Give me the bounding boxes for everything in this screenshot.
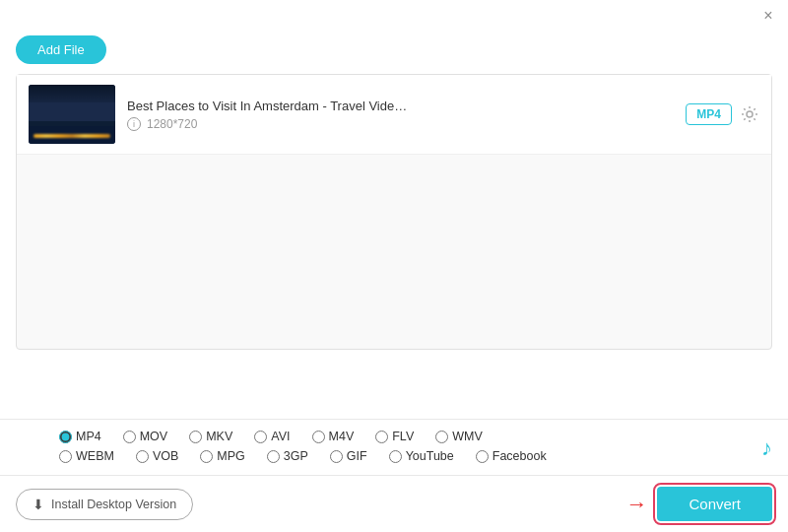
add-file-button[interactable]: Add File	[16, 35, 106, 64]
toolbar: Add File	[0, 32, 788, 74]
format-section: MP4 MOV MKV AVI M4V FLV WMV WEBM VOB MPG	[0, 419, 788, 473]
svg-point-0	[747, 111, 753, 117]
install-label: Install Desktop Version	[51, 498, 176, 511]
format-row-1: MP4 MOV MKV AVI M4V FLV WMV	[59, 430, 772, 443]
format-option-3gp[interactable]: 3GP	[267, 449, 308, 463]
file-item: Best Places to Visit In Amsterdam - Trav…	[17, 75, 771, 155]
format-option-m4v[interactable]: M4V	[312, 430, 355, 443]
bottom-bar: ⬇ Install Desktop Version → Convert	[0, 475, 788, 532]
format-option-avi[interactable]: AVI	[254, 430, 290, 443]
format-option-wmv[interactable]: WMV	[435, 430, 483, 443]
close-button[interactable]: ×	[760, 8, 776, 24]
format-option-facebook[interactable]: Facebook	[476, 449, 547, 463]
file-name: Best Places to Visit In Amsterdam - Trav…	[127, 99, 674, 113]
convert-area: → Convert	[625, 487, 772, 521]
format-option-mkv[interactable]: MKV	[189, 430, 232, 443]
file-actions: MP4	[686, 103, 759, 125]
format-option-mov[interactable]: MOV	[123, 430, 167, 443]
download-icon: ⬇	[33, 497, 44, 512]
format-row-2: WEBM VOB MPG 3GP GIF YouTube Facebook	[59, 449, 772, 463]
format-option-flv[interactable]: FLV	[375, 430, 414, 443]
settings-icon[interactable]	[740, 104, 759, 124]
music-format-icon: ♪	[761, 435, 772, 461]
convert-button[interactable]: Convert	[657, 487, 772, 521]
file-thumbnail	[29, 85, 115, 144]
install-button[interactable]: ⬇ Install Desktop Version	[16, 489, 193, 520]
format-option-youtube[interactable]: YouTube	[389, 449, 454, 463]
title-bar: ×	[0, 0, 788, 32]
file-info: Best Places to Visit In Amsterdam - Trav…	[115, 99, 686, 131]
format-option-mpg[interactable]: MPG	[200, 449, 244, 463]
file-list-area: Best Places to Visit In Amsterdam - Trav…	[16, 74, 772, 350]
format-option-webm[interactable]: WEBM	[59, 449, 114, 463]
file-meta: i 1280*720	[127, 117, 674, 131]
info-icon: i	[127, 117, 141, 131]
format-option-vob[interactable]: VOB	[136, 449, 178, 463]
format-badge[interactable]: MP4	[686, 103, 732, 125]
arrow-icon: →	[625, 492, 647, 517]
format-option-mp4[interactable]: MP4	[59, 430, 101, 443]
file-resolution: 1280*720	[147, 117, 197, 131]
format-option-gif[interactable]: GIF	[330, 449, 367, 463]
